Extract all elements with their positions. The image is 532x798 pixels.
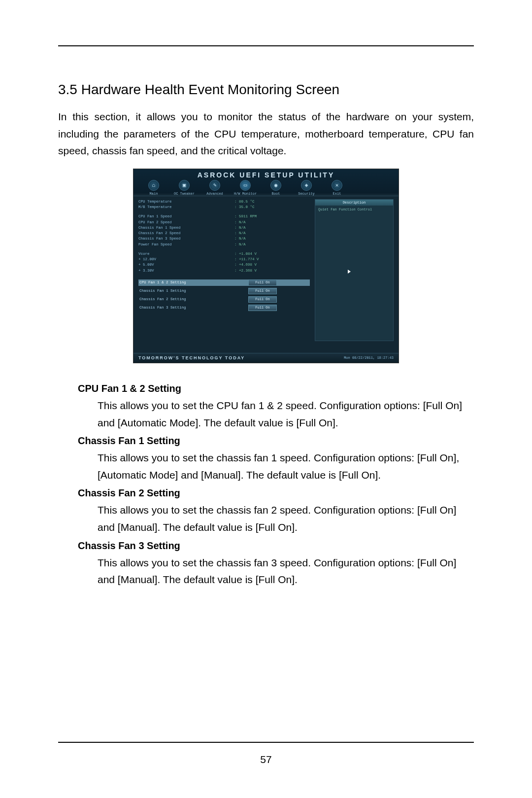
setting-label: Chassis Fan 1 Setting bbox=[138, 289, 248, 293]
setting-label: Chassis Fan 3 Setting bbox=[138, 306, 248, 310]
tab-icon: ▣ bbox=[179, 180, 190, 191]
reading-row: Chassis Fan 1 Speed: N/A bbox=[138, 225, 310, 231]
reading-label: M/B Temperature bbox=[138, 205, 234, 210]
bios-help-title: Description bbox=[315, 200, 393, 206]
bios-datetime: Mon 08/22/2011, 18:27:43 bbox=[344, 356, 394, 360]
bios-left-panel: CPU Temperature: 80.5 °CM/B Temperature:… bbox=[138, 199, 310, 341]
tab-label: Security bbox=[291, 192, 322, 196]
reading-label: + 5.00V bbox=[138, 262, 234, 268]
desc-text: This allows you to set the chassis fan 1… bbox=[98, 450, 474, 484]
tab-label: Exit bbox=[322, 192, 352, 196]
bios-help-text: Quiet Fan Function Control bbox=[315, 206, 393, 213]
reading-row: Chassis Fan 3 Speed: N/A bbox=[138, 236, 310, 242]
section-intro: In this section, it allows you to monito… bbox=[58, 108, 474, 160]
reading-label: CPU Fan 1 Speed bbox=[138, 214, 234, 219]
tab-label: Advanced bbox=[200, 192, 230, 196]
section-heading: 3.5 Hardware Health Event Monitoring Scr… bbox=[58, 82, 474, 98]
reading-value: : +4.698 V bbox=[234, 262, 257, 268]
setting-label: Chassis Fan 2 Setting bbox=[138, 297, 248, 301]
desc-term: Chassis Fan 3 Setting bbox=[78, 540, 474, 552]
reading-label: CPU Temperature bbox=[138, 199, 234, 205]
desc-block: CPU Fan 1 & 2 SettingThis allows you to … bbox=[58, 383, 474, 431]
reading-label: + 12.00V bbox=[138, 257, 234, 262]
reading-label: Chassis Fan 1 Speed bbox=[138, 225, 234, 231]
tab-icon: ▭ bbox=[240, 180, 251, 191]
reading-row: Chassis Fan 2 Speed: N/A bbox=[138, 231, 310, 236]
bios-tab-main[interactable]: ⌂Main bbox=[138, 180, 169, 196]
desc-term: Chassis Fan 1 Setting bbox=[78, 435, 474, 447]
reading-value: : +1.084 V bbox=[234, 251, 257, 257]
reading-value: : N/A bbox=[234, 242, 246, 247]
reading-value: : 80.5 °C bbox=[234, 199, 255, 205]
desc-block: Chassis Fan 2 SettingThis allows you to … bbox=[58, 487, 474, 536]
bios-tab-h-w-monitor[interactable]: ▭H/W Monitor bbox=[230, 180, 261, 196]
setting-value-button[interactable]: Full On bbox=[248, 279, 277, 286]
reading-label: + 3.30V bbox=[138, 268, 234, 274]
bios-tab-security[interactable]: ◈Security bbox=[291, 180, 322, 196]
reading-row: CPU Fan 1 Speed: 5911 RPM bbox=[138, 214, 310, 219]
fan-setting-row[interactable]: Chassis Fan 2 SettingFull On bbox=[138, 296, 310, 303]
reading-label: Vcore bbox=[138, 251, 234, 257]
reading-value: : N/A bbox=[234, 220, 246, 225]
tab-icon: ✕ bbox=[332, 180, 342, 191]
reading-value: : +2.368 V bbox=[234, 268, 257, 274]
desc-text: This allows you to set the chassis fan 3… bbox=[98, 555, 474, 589]
setting-value-button[interactable]: Full On bbox=[248, 305, 277, 311]
bios-tab-boot[interactable]: ◉Boot bbox=[261, 180, 291, 196]
reading-row: Vcore: +1.084 V bbox=[138, 251, 310, 257]
desc-term: CPU Fan 1 & 2 Setting bbox=[78, 383, 474, 394]
fan-setting-row[interactable]: Chassis Fan 3 SettingFull On bbox=[138, 305, 310, 311]
desc-block: Chassis Fan 3 SettingThis allows you to … bbox=[58, 540, 474, 589]
bios-title: ASROCK UEFI SETUP UTILITY bbox=[133, 169, 399, 179]
tab-icon: ✎ bbox=[209, 180, 220, 191]
setting-descriptions: CPU Fan 1 & 2 SettingThis allows you to … bbox=[58, 383, 474, 589]
reading-label: Chassis Fan 2 Speed bbox=[138, 231, 234, 236]
tab-label: Boot bbox=[261, 192, 291, 196]
setting-value-button[interactable]: Full On bbox=[248, 288, 277, 294]
bios-slogan: TOMORROW'S TECHNOLOGY TODAY bbox=[138, 355, 245, 360]
reading-value: : N/A bbox=[234, 236, 246, 242]
reading-label: Power Fan Speed bbox=[138, 242, 234, 247]
bios-footer: TOMORROW'S TECHNOLOGY TODAY Mon 08/22/20… bbox=[133, 353, 399, 363]
reading-label: CPU Fan 2 Speed bbox=[138, 220, 234, 225]
setting-label: CPU Fan 1 & 2 Setting bbox=[138, 280, 248, 284]
bios-screenshot: ASROCK UEFI SETUP UTILITY ⌂Main▣OC Tweak… bbox=[133, 169, 399, 363]
fan-setting-row[interactable]: CPU Fan 1 & 2 SettingFull On bbox=[138, 279, 310, 286]
bios-tab-advanced[interactable]: ✎Advanced bbox=[200, 180, 230, 196]
reading-value: : +11.774 V bbox=[234, 257, 259, 262]
tab-icon: ◉ bbox=[270, 180, 281, 191]
tab-label: H/W Monitor bbox=[230, 192, 261, 196]
reading-value: : 35.0 °C bbox=[234, 205, 255, 210]
fan-setting-row[interactable]: Chassis Fan 1 SettingFull On bbox=[138, 288, 310, 294]
reading-row: + 12.00V: +11.774 V bbox=[138, 257, 310, 262]
reading-label: Chassis Fan 3 Speed bbox=[138, 236, 234, 242]
desc-text: This allows you to set the chassis fan 2… bbox=[98, 502, 474, 536]
bios-tab-exit[interactable]: ✕Exit bbox=[322, 180, 352, 196]
top-rule bbox=[58, 45, 474, 46]
tab-icon: ⌂ bbox=[148, 180, 159, 191]
reading-row: Power Fan Speed: N/A bbox=[138, 242, 310, 247]
desc-text: This allows you to set the CPU fan 1 & 2… bbox=[98, 397, 474, 431]
tab-label: Main bbox=[138, 192, 169, 196]
bios-tabs: ⌂Main▣OC Tweaker✎Advanced▭H/W Monitor◉Bo… bbox=[133, 179, 399, 196]
tab-label: OC Tweaker bbox=[169, 192, 200, 196]
page-number: 57 bbox=[260, 754, 271, 765]
page-footer: 57 bbox=[58, 742, 474, 765]
desc-term: Chassis Fan 2 Setting bbox=[78, 487, 474, 499]
bios-help-panel: Description Quiet Fan Function Control bbox=[315, 199, 394, 341]
setting-value-button[interactable]: Full On bbox=[248, 296, 277, 303]
reading-row: + 5.00V: +4.698 V bbox=[138, 262, 310, 268]
desc-block: Chassis Fan 1 SettingThis allows you to … bbox=[58, 435, 474, 484]
reading-row: CPU Temperature: 80.5 °C bbox=[138, 199, 310, 205]
reading-row: CPU Fan 2 Speed: N/A bbox=[138, 220, 310, 225]
reading-row: + 3.30V: +2.368 V bbox=[138, 268, 310, 274]
tab-icon: ◈ bbox=[301, 180, 312, 191]
reading-value: : N/A bbox=[234, 225, 246, 231]
reading-value: : N/A bbox=[234, 231, 246, 236]
cursor-icon bbox=[348, 270, 351, 274]
reading-value: : 5911 RPM bbox=[234, 214, 257, 219]
bios-tab-oc-tweaker[interactable]: ▣OC Tweaker bbox=[169, 180, 200, 196]
reading-row: M/B Temperature: 35.0 °C bbox=[138, 205, 310, 210]
